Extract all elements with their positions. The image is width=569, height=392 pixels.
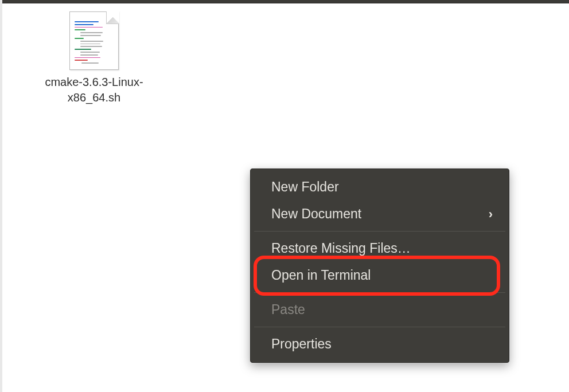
shell-script-icon [69,11,119,70]
menu-separator [254,327,505,327]
menu-separator [254,231,505,232]
menu-item-restore-missing-files[interactable]: Restore Missing Files… [251,235,509,262]
file-label: cmake-3.6.3-Linux-x86_64.sh [25,75,163,105]
context-menu: New Folder New Document › Restore Missin… [250,168,509,363]
menu-item-new-document[interactable]: New Document › [251,201,509,228]
chevron-right-icon: › [489,207,493,222]
menu-item-label: New Document [271,206,361,222]
menu-item-label: Properties [271,336,332,352]
menu-item-properties[interactable]: Properties [251,331,509,358]
menu-item-paste: Paste [251,296,509,323]
menu-item-label: Paste [271,302,305,317]
menu-item-open-in-terminal[interactable]: Open in Terminal [251,262,509,289]
menu-item-label: Open in Terminal [271,268,371,283]
menu-separator [254,292,505,293]
menu-item-label: Restore Missing Files… [271,241,411,256]
menu-item-new-folder[interactable]: New Folder [251,174,509,201]
file-manager-canvas[interactable]: cmake-3.6.3-Linux-x86_64.sh New Folder N… [2,3,569,392]
menu-item-label: New Folder [271,179,339,195]
file-item[interactable]: cmake-3.6.3-Linux-x86_64.sh [25,11,163,105]
